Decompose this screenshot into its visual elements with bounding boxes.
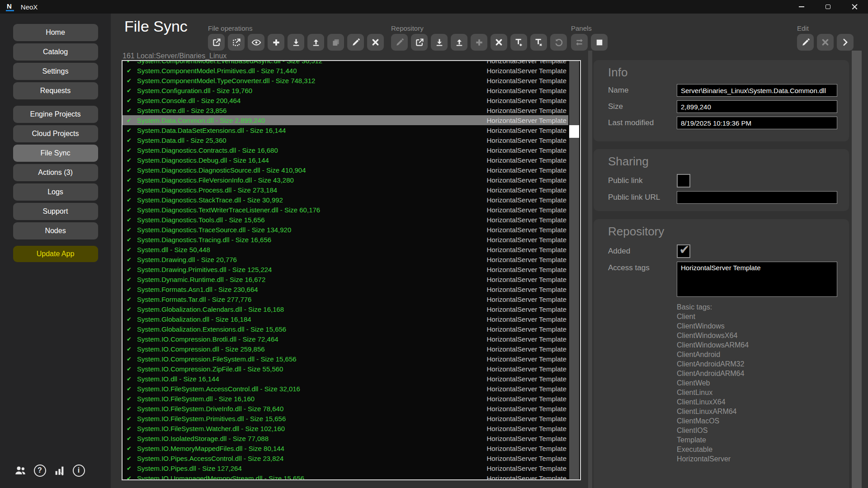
sidebar-item-settings[interactable]: Settings (13, 63, 98, 80)
download-file-button[interactable] (288, 34, 304, 51)
file-row[interactable]: ✔System.ComponentModel.Primitives.dll - … (123, 66, 568, 75)
list-scrollbar[interactable] (569, 61, 579, 479)
open-external-button[interactable] (208, 34, 225, 51)
help-button[interactable]: ? (33, 464, 47, 477)
sidebar-item-engine-projects[interactable]: Engine Projects (13, 106, 98, 123)
delete-file-button[interactable] (367, 34, 384, 51)
panel-layout-button[interactable] (591, 34, 608, 51)
file-row[interactable]: ✔System.Diagnostics.StackTrace.dll - Siz… (123, 195, 568, 205)
file-row[interactable]: ✔System.IO.dll - Size 16,144HorizontalSe… (123, 374, 568, 384)
repo-revert-button[interactable] (550, 34, 567, 51)
file-row[interactable]: ✔System.Console.dll - Size 200,464Horizo… (123, 95, 568, 105)
file-row[interactable]: ✔System.Core.dll - Size 23,856Horizontal… (123, 105, 568, 115)
about-button[interactable]: i (72, 464, 85, 477)
access-tags-field[interactable]: HorizontalServer Template (677, 262, 837, 297)
name-field[interactable] (677, 84, 837, 97)
file-row[interactable]: ✔System.Data.dll - Size 25,360Horizontal… (123, 135, 568, 145)
file-row[interactable]: ✔System.Diagnostics.Tools.dll - Size 15,… (123, 215, 568, 225)
file-row[interactable]: ✔System.Formats.Asn1.dll - Size 230,664H… (123, 284, 568, 294)
swap-panels-button[interactable] (571, 34, 588, 51)
open-with-button[interactable] (228, 34, 245, 51)
file-row[interactable]: ✔System.IO.IsolatedStorage.dll - Size 77… (123, 433, 568, 443)
added-label: Added (608, 247, 677, 256)
sidebar-item-cloud-projects[interactable]: Cloud Projects (13, 125, 98, 142)
file-row[interactable]: ✔System.Dynamic.Runtime.dll - Size 16,67… (123, 274, 568, 284)
file-row[interactable]: ✔System.IO.Compression.ZipFile.dll - Siz… (123, 364, 568, 374)
file-row[interactable]: ✔System.IO.Pipes.dll - Size 127,264Horiz… (123, 463, 568, 473)
sidebar-item-nodes[interactable]: Nodes (13, 222, 98, 239)
size-field[interactable] (677, 100, 837, 113)
file-row[interactable]: ✔System.IO.Compression.Brotli.dll - Size… (123, 334, 568, 344)
users-button[interactable] (14, 464, 27, 477)
file-row[interactable]: ✔System.IO.MemoryMappedFiles.dll - Size … (123, 443, 568, 453)
repo-open-button[interactable] (411, 34, 428, 51)
add-tag-button[interactable] (510, 34, 527, 51)
file-row[interactable]: ✔System.IO.Pipes.AccessControl.dll - Siz… (123, 453, 568, 463)
preview-button[interactable] (248, 34, 264, 51)
file-row[interactable]: ✔System.Diagnostics.Debug.dll - Size 16,… (123, 155, 568, 165)
file-row[interactable]: ✔System.Diagnostics.Tracing.dll - Size 1… (123, 235, 568, 244)
sidebar-item-support[interactable]: Support (13, 203, 98, 220)
panel-splitter[interactable] (588, 51, 592, 488)
maximize-button[interactable] (815, 0, 841, 14)
sidebar-item-requests[interactable]: Requests (13, 82, 98, 99)
last-modified-field[interactable] (677, 117, 837, 129)
file-row[interactable]: ✔System.Globalization.Extensions.dll - S… (123, 324, 568, 334)
file-row[interactable]: ✔System.IO.Compression.FileSystem.dll - … (123, 354, 568, 364)
close-button[interactable] (841, 0, 868, 14)
file-row[interactable]: ✔System.IO.FileSystem.AccessControl.dll … (123, 384, 568, 394)
file-row[interactable]: ✔System.ComponentModel.TypeConverter.dll… (123, 75, 568, 85)
update-app-button[interactable]: Update App (13, 246, 98, 262)
minimize-button[interactable] (788, 0, 815, 14)
list-scrollbar-thumb[interactable] (569, 125, 579, 138)
file-row[interactable]: ✔System.IO.FileSystem.DriveInfo.dll - Si… (123, 404, 568, 413)
file-row[interactable]: ✔System.Drawing.dll - Size 20,776Horizon… (123, 254, 568, 264)
upload-file-button[interactable] (307, 34, 324, 51)
sidebar-item-catalog[interactable]: Catalog (13, 43, 98, 61)
added-checkbox[interactable]: ✔ (677, 244, 690, 258)
panel-scrollbar[interactable] (852, 51, 862, 488)
file-row[interactable]: ✔System.Drawing.Primitives.dll - Size 12… (123, 264, 568, 274)
repo-download-button[interactable] (431, 34, 448, 51)
file-row[interactable]: ✔System.IO.FileSystem.Primitives.dll - S… (123, 413, 568, 423)
file-row[interactable]: ✔System.Diagnostics.TraceSource.dll - Si… (123, 225, 568, 235)
file-row[interactable]: ✔System.Globalization.dll - Size 16,184H… (123, 314, 568, 324)
stats-button[interactable] (52, 464, 66, 477)
file-row[interactable]: ✔System.Diagnostics.TextWriterTraceListe… (123, 205, 568, 215)
file-row[interactable]: ✔System.Data.Common.dll - Size 2,899,240… (123, 115, 568, 125)
edit-button[interactable] (797, 34, 814, 51)
sidebar-item-logs[interactable]: Logs (13, 183, 98, 201)
file-row[interactable]: ✔System.Globalization.Calendars.dll - Si… (123, 304, 568, 314)
public-link-checkbox[interactable] (677, 174, 690, 188)
file-row[interactable]: ✔System.Diagnostics.DiagnosticSource.dll… (123, 165, 568, 175)
repo-delete-button[interactable] (491, 34, 507, 51)
edit-cancel-button[interactable] (817, 34, 834, 51)
chart-icon (54, 465, 65, 476)
file-row[interactable]: ✔System.Configuration.dll - Size 19,760H… (123, 85, 568, 95)
file-row[interactable]: ✔System.Data.DataSetExtensions.dll - Siz… (123, 125, 568, 135)
repo-add-button[interactable] (471, 34, 487, 51)
duplicate-file-button[interactable] (327, 34, 344, 51)
repo-upload-button[interactable] (451, 34, 467, 51)
remove-tag-button[interactable] (530, 34, 547, 51)
sidebar-item-file-sync[interactable]: File Sync (13, 145, 98, 162)
file-row[interactable]: ✔System.IO.UnmanagedMemoryStream.dll - S… (123, 473, 568, 479)
file-row[interactable]: ✔System.dll - Size 50,448HorizontalServe… (123, 244, 568, 254)
sidebar-item-home[interactable]: Home (13, 24, 98, 41)
public-link-url-field[interactable] (677, 191, 837, 204)
file-row[interactable]: ✔System.IO.Compression.dll - Size 259,85… (123, 344, 568, 354)
add-file-button[interactable] (268, 34, 284, 51)
edit-expand-button[interactable] (837, 34, 854, 51)
public-link-url-label: Public link URL (608, 193, 677, 202)
file-row[interactable]: ✔System.IO.FileSystem.Watcher.dll - Size… (123, 423, 568, 433)
file-row-label: System.IO.FileSystem.dll - Size 16,160 (137, 395, 255, 403)
repo-edit-button[interactable] (391, 34, 408, 51)
file-row[interactable]: ✔System.ComponentModel.EventBasedAsync.d… (123, 61, 568, 66)
file-row[interactable]: ✔System.Diagnostics.Contracts.dll - Size… (123, 145, 568, 155)
file-row[interactable]: ✔System.IO.FileSystem.dll - Size 16,160H… (123, 394, 568, 404)
sidebar-item-actions-3[interactable]: Actions (3) (13, 164, 98, 181)
file-row[interactable]: ✔System.Diagnostics.Process.dll - Size 2… (123, 185, 568, 195)
file-row[interactable]: ✔System.Diagnostics.FileVersionInfo.dll … (123, 175, 568, 185)
file-row[interactable]: ✔System.Formats.Tar.dll - Size 277,776Ho… (123, 294, 568, 304)
rename-file-button[interactable] (347, 34, 364, 51)
